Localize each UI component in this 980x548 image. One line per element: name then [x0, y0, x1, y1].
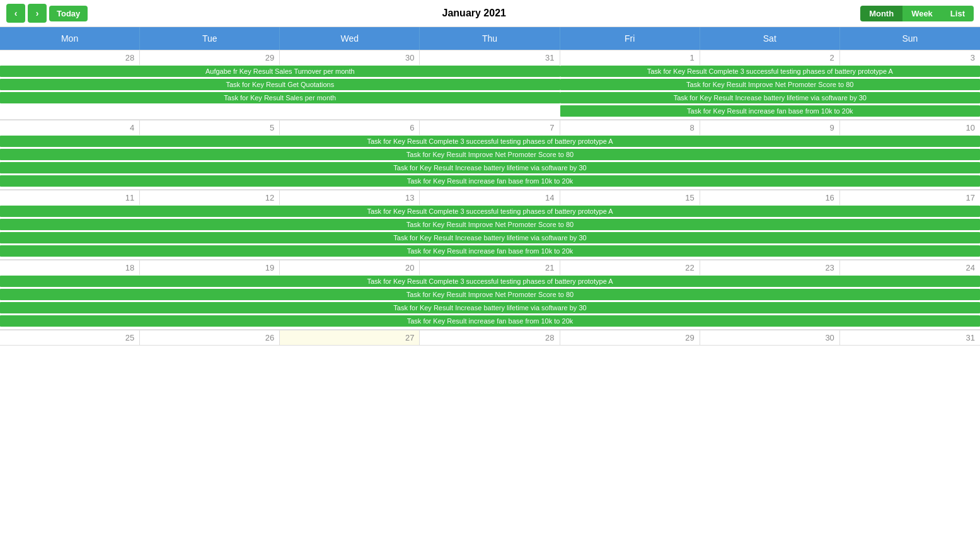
day-cell: 2 [700, 50, 840, 65]
day-cell: 26 [140, 330, 280, 345]
day-cell: 30 [280, 50, 420, 65]
event[interactable]: Aufgabe fr Key Result Sales Turnover per… [0, 66, 560, 77]
list-view-button[interactable]: List [942, 6, 974, 21]
calendar-header: Mon Tue Wed Thu Fri Sat Sun [0, 27, 980, 50]
day-cell: 15 [560, 190, 700, 205]
view-switcher: Month Week List [860, 6, 974, 21]
day-cell: 18 [0, 260, 140, 275]
day-cell: 30 [700, 330, 840, 345]
header-wed: Wed [280, 27, 420, 50]
week-5: 25 26 27 28 29 30 31 [0, 330, 980, 346]
week-view-button[interactable]: Week [902, 6, 942, 21]
event[interactable]: Task for Key Result Get Quotations [0, 79, 560, 90]
day-cell: 31 [420, 50, 560, 65]
event[interactable]: Task for Key Result Complete 3 successfu… [0, 276, 980, 287]
prev-button[interactable]: ‹ [6, 4, 25, 23]
event[interactable]: Task for Key Result increase fan base fr… [560, 105, 980, 117]
header-thu: Thu [420, 27, 560, 50]
week-4: 18 19 20 21 22 23 24 Task for Key Result… [0, 260, 980, 330]
week-2: 4 5 6 7 8 9 10 Task for Key Result Compl… [0, 120, 980, 190]
event[interactable]: Task for Key Result Sales per month [0, 92, 560, 103]
day-cell: 5 [140, 120, 280, 135]
top-bar: ‹ › Today January 2021 Month Week List [0, 0, 980, 27]
event[interactable]: Task for Key Result increase fan base fr… [0, 175, 980, 187]
event[interactable]: Task for Key Result Increase battery lif… [0, 162, 980, 173]
event[interactable]: Task for Key Result Improve Net Promoter… [560, 79, 980, 90]
day-cell: 17 [840, 190, 980, 205]
day-cell: 1 [560, 50, 700, 65]
day-cell: 10 [840, 120, 980, 135]
event[interactable]: Task for Key Result Increase battery lif… [0, 302, 980, 313]
calendar-title: January 2021 [442, 8, 506, 19]
day-cell-today: 27 [280, 330, 420, 345]
day-cell: 16 [700, 190, 840, 205]
day-cell: 4 [0, 120, 140, 135]
event[interactable]: Task for Key Result Improve Net Promoter… [0, 149, 980, 160]
day-cell: 23 [700, 260, 840, 275]
day-cell: 9 [700, 120, 840, 135]
event[interactable]: Task for Key Result Increase battery lif… [560, 92, 980, 103]
event[interactable]: Task for Key Result increase fan base fr… [0, 245, 980, 257]
header-mon: Mon [0, 27, 140, 50]
event[interactable]: Task for Key Result increase fan base fr… [0, 315, 980, 327]
week-3: 11 12 13 14 15 16 17 Task for Key Result… [0, 190, 980, 260]
day-cell: 13 [280, 190, 420, 205]
day-cell: 14 [420, 190, 560, 205]
header-sun: Sun [840, 27, 980, 50]
day-cell: 29 [560, 330, 700, 345]
today-button[interactable]: Today [49, 6, 88, 21]
day-cell: 6 [280, 120, 420, 135]
month-view-button[interactable]: Month [860, 6, 902, 21]
day-cell: 20 [280, 260, 420, 275]
day-cell: 12 [140, 190, 280, 205]
event[interactable]: Task for Key Result Improve Net Promoter… [0, 219, 980, 230]
day-cell: 21 [420, 260, 560, 275]
day-cell: 31 [840, 330, 980, 345]
day-cell: 3 [840, 50, 980, 65]
calendar: Mon Tue Wed Thu Fri Sat Sun 28 29 30 31 … [0, 27, 980, 346]
week-1: 28 29 30 31 1 2 3 Aufgabe fr Key Result … [0, 50, 980, 120]
event[interactable]: Task for Key Result Improve Net Promoter… [0, 289, 980, 300]
event[interactable]: Task for Key Result Complete 3 successfu… [0, 136, 980, 147]
day-cell: 25 [0, 330, 140, 345]
day-cell: 22 [560, 260, 700, 275]
next-button[interactable]: › [28, 4, 47, 23]
event[interactable]: Task for Key Result Increase battery lif… [0, 232, 980, 243]
day-cell: 7 [420, 120, 560, 135]
header-fri: Fri [560, 27, 700, 50]
event[interactable]: Task for Key Result Complete 3 successfu… [0, 206, 980, 217]
day-cell: 29 [140, 50, 280, 65]
day-cell: 11 [0, 190, 140, 205]
day-cell: 28 [0, 50, 140, 65]
nav-left: ‹ › Today [6, 4, 88, 23]
header-tue: Tue [140, 27, 280, 50]
day-cell: 24 [840, 260, 980, 275]
empty-cell [0, 105, 560, 117]
day-cell: 8 [560, 120, 700, 135]
day-cell: 19 [140, 260, 280, 275]
day-cell: 28 [420, 330, 560, 345]
event[interactable]: Task for Key Result Complete 3 successfu… [560, 66, 980, 77]
header-sat: Sat [700, 27, 840, 50]
